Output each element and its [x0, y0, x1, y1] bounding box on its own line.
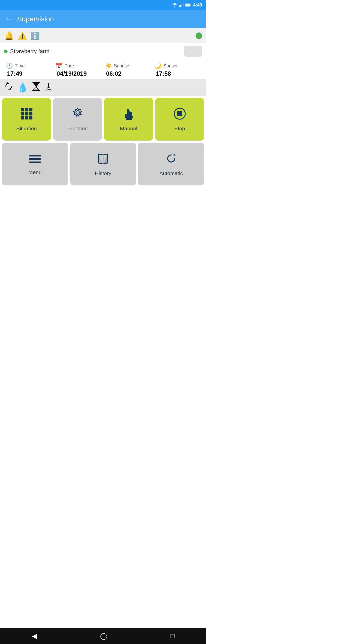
farm-name-group: Strawberry farm [4, 48, 49, 55]
svg-point-24 [76, 111, 79, 114]
status-time: 4:49 [193, 3, 202, 8]
menu-button[interactable]: Menu [2, 143, 68, 185]
connection-status-dot [196, 32, 202, 39]
farm-row: Strawberry farm ... [0, 43, 206, 59]
manual-button[interactable]: Manual [104, 98, 153, 141]
svg-rect-3 [182, 4, 182, 7]
sunrise-label: Sunrise: [114, 63, 130, 69]
situation-icon [20, 107, 33, 123]
info-icon[interactable]: ℹ️ [30, 31, 40, 40]
function-icon [71, 107, 84, 123]
icon-strip: 💧 [0, 79, 206, 96]
svg-rect-15 [21, 108, 24, 111]
app-bar: ← Supervision [0, 10, 206, 28]
stop-button[interactable]: Stop [155, 98, 204, 141]
stop-icon [173, 107, 186, 123]
svg-rect-23 [29, 116, 32, 119]
clock-icon: 🕐 [6, 63, 13, 69]
svg-text:⚡: ⚡ [187, 4, 189, 7]
menu-icon [28, 153, 41, 167]
svg-rect-6 [190, 5, 191, 6]
svg-rect-1 [179, 6, 180, 7]
refresh-icon[interactable] [4, 82, 14, 93]
notification-icons: 🔔 ⚠️ ℹ️ [4, 31, 40, 41]
history-label: History [95, 170, 111, 176]
automatic-button[interactable]: Automatic [138, 143, 204, 185]
history-button[interactable]: History [70, 143, 136, 185]
page-title: Supervision [17, 15, 54, 23]
calendar-icon: 📅 [56, 63, 62, 69]
situation-label: Situation [16, 126, 37, 132]
svg-rect-22 [25, 116, 28, 119]
sunset-cell: 🌙 Sunset: 17:58 [153, 62, 202, 78]
notification-bar: 🔔 ⚠️ ℹ️ [0, 28, 206, 43]
svg-rect-16 [25, 108, 28, 111]
svg-rect-33 [177, 111, 182, 116]
svg-rect-11 [32, 82, 40, 83]
svg-rect-31 [127, 109, 129, 113]
situation-button[interactable]: Situation [2, 98, 51, 141]
sunset-label: Sunset: [163, 63, 179, 69]
svg-rect-19 [25, 112, 28, 115]
svg-point-14 [48, 86, 50, 88]
status-icons: ⚡ [172, 3, 191, 7]
history-icon [97, 152, 110, 168]
hourglass-icon[interactable] [32, 82, 40, 93]
svg-rect-34 [29, 155, 41, 156]
manual-label: Manual [120, 126, 137, 132]
wifi-icon [172, 3, 177, 7]
status-bar: ⚡ 4:49 [0, 0, 206, 10]
svg-rect-36 [29, 162, 41, 163]
svg-rect-4 [183, 3, 184, 7]
svg-rect-29 [125, 116, 133, 118]
sunrise-cell: ☀️ Sunrise: 06:02 [103, 62, 153, 78]
sunset-icon: 🌙 [155, 63, 161, 69]
svg-rect-35 [29, 158, 41, 160]
signal-icon [179, 3, 184, 7]
svg-rect-21 [21, 116, 24, 119]
automatic-icon [165, 152, 178, 168]
svg-rect-17 [29, 108, 32, 111]
svg-rect-20 [29, 112, 32, 115]
time-label: Time: [15, 63, 26, 69]
time-value: 17:49 [6, 70, 22, 77]
farm-menu-button[interactable]: ... [184, 46, 202, 57]
svg-rect-18 [21, 112, 24, 115]
back-button[interactable]: ← [5, 15, 12, 23]
warning-icon[interactable]: ⚠️ [18, 31, 27, 40]
battery-icon: ⚡ [185, 3, 191, 7]
date-cell: 📅 Date: 04/19/2019 [54, 62, 103, 78]
svg-point-0 [174, 6, 175, 7]
time-cell: 🕐 Time: 17:49 [4, 62, 54, 78]
info-row: 🕐 Time: 17:49 📅 Date: 04/19/2019 ☀️ Sunr… [0, 59, 206, 79]
date-value: 04/19/2019 [56, 70, 87, 77]
menu-label: Menu [28, 169, 42, 175]
sunset-value: 17:58 [155, 70, 171, 77]
function-label: Function [67, 126, 88, 132]
grid-row-1: Situation Function Manual [0, 96, 206, 143]
svg-rect-27 [130, 112, 132, 117]
water-drop-icon[interactable]: 💧 [17, 82, 28, 93]
date-label: Date: [64, 63, 75, 69]
svg-rect-2 [180, 5, 181, 7]
farm-name: Strawberry farm [10, 48, 49, 55]
manual-icon [122, 107, 135, 123]
sunrise-icon: ☀️ [105, 63, 112, 69]
stop-label: Stop [174, 126, 185, 132]
spray-icon[interactable] [44, 82, 53, 93]
farm-status-dot [4, 50, 8, 53]
grid-row-2: Menu History Automatic [0, 143, 206, 187]
sunrise-value: 06:02 [105, 70, 121, 77]
automatic-label: Automatic [159, 170, 183, 176]
svg-rect-30 [126, 118, 132, 120]
bell-icon[interactable]: 🔔 [4, 31, 14, 41]
function-button[interactable]: Function [53, 98, 102, 141]
